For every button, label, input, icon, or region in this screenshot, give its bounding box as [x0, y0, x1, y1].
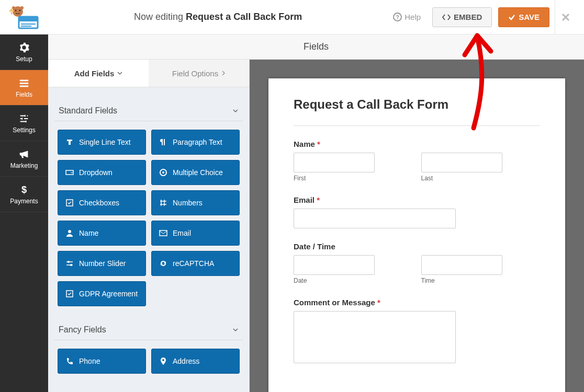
svg-point-4 — [20, 6, 24, 9]
time-input[interactable] — [421, 255, 502, 275]
section-heading: Fields — [48, 34, 584, 60]
workspace: Fields Add Fields Field Options Sta — [48, 34, 584, 392]
svg-rect-11 — [20, 85, 29, 87]
field-phone[interactable]: Phone — [58, 349, 146, 374]
nav-fields-label: Fields — [16, 91, 32, 98]
fancy-grid: Phone Address — [54, 340, 243, 382]
field-email[interactable]: Email — [151, 221, 240, 246]
required-asterisk: * — [315, 195, 320, 204]
chevron-down-icon — [232, 108, 239, 114]
nav-marketing[interactable]: Marketing — [0, 141, 48, 177]
paragraph-icon — [159, 138, 167, 146]
fields-icon — [18, 77, 30, 89]
standard-grid: Single Line Text Paragraph Text Dropdown… — [54, 121, 243, 315]
user-icon — [65, 229, 74, 237]
nav-settings[interactable]: Settings — [0, 106, 48, 141]
field-checkboxes[interactable]: Checkboxes — [58, 190, 146, 215]
field-gdpr[interactable]: GDPR Agreement — [58, 281, 146, 306]
chevron-down-icon — [117, 71, 122, 76]
dropdown-icon — [65, 168, 74, 177]
form-preview: Request a Call Back Form Name * First La… — [250, 60, 584, 392]
field-paragraph-text[interactable]: Paragraph Text — [151, 130, 240, 155]
svg-point-1 — [15, 9, 17, 11]
field-number-slider[interactable]: Number Slider — [58, 251, 146, 276]
svg-point-20 — [70, 264, 72, 266]
top-actions: ? Help EMBED SAVE — [388, 7, 549, 27]
required-asterisk: * — [375, 298, 380, 307]
name-label: Name — [294, 140, 315, 148]
chevron-right-icon — [221, 71, 226, 76]
fields-tabs: Add Fields Field Options — [48, 60, 249, 87]
field-preview-comment[interactable]: Comment or Message * — [294, 298, 540, 365]
tab-field-options-label: Field Options — [172, 69, 218, 78]
email-label: Email — [294, 195, 315, 204]
date-sublabel: Date — [294, 277, 413, 284]
field-preview-name[interactable]: Name * First Last — [294, 140, 540, 182]
nav-setup-label: Setup — [16, 55, 32, 63]
group-standard-label: Standard Fields — [59, 106, 117, 116]
dollar-icon: $ — [18, 184, 30, 195]
save-label: SAVE — [519, 13, 540, 21]
nav-settings-label: Settings — [13, 126, 35, 134]
field-preview-datetime[interactable]: Date / Time Date Time — [294, 242, 540, 284]
help-link[interactable]: ? Help — [388, 13, 426, 21]
embed-icon — [442, 13, 451, 21]
embed-label: EMBED — [454, 13, 482, 21]
comment-textarea[interactable] — [294, 311, 456, 363]
field-single-line-text[interactable]: Single Line Text — [58, 130, 146, 155]
topbar: Now editing Request a Call Back Form ? H… — [0, 0, 584, 34]
nav-payments-label: Payments — [10, 198, 38, 205]
field-address[interactable]: Address — [151, 349, 240, 374]
preview-title: Request a Call Back Form — [294, 97, 540, 112]
nav-setup[interactable]: Setup — [0, 34, 48, 70]
nav-payments[interactable]: $ Payments — [0, 177, 48, 212]
field-numbers[interactable]: Numbers — [151, 190, 240, 215]
group-fancy-label: Fancy Fields — [59, 325, 106, 335]
help-label: Help — [405, 13, 421, 21]
fields-panel: Add Fields Field Options Standard Fields — [48, 60, 250, 392]
date-input[interactable] — [294, 255, 375, 275]
time-sublabel: Time — [421, 277, 541, 284]
first-name-input[interactable] — [294, 153, 375, 172]
text-icon — [65, 138, 74, 146]
embed-button[interactable]: EMBED — [432, 7, 492, 27]
recaptcha-icon — [159, 259, 167, 268]
field-dropdown[interactable]: Dropdown — [58, 160, 146, 185]
svg-point-19 — [68, 261, 70, 263]
group-standard-header[interactable]: Standard Fields — [54, 96, 243, 121]
field-name[interactable]: Name — [58, 221, 146, 246]
tab-field-options[interactable]: Field Options — [149, 60, 249, 87]
save-button[interactable]: SAVE — [498, 7, 549, 27]
svg-rect-6 — [19, 17, 38, 21]
megaphone-icon — [18, 148, 30, 160]
form-name: Request a Call Back Form — [186, 11, 302, 22]
comment-label: Comment or Message — [294, 298, 375, 307]
hash-icon — [159, 199, 167, 207]
close-button[interactable] — [555, 0, 576, 34]
gear-icon — [18, 42, 30, 53]
field-preview-email[interactable]: Email * — [294, 195, 540, 228]
close-icon — [561, 13, 570, 22]
field-recaptcha[interactable]: reCAPTCHA — [151, 251, 240, 276]
title-area: Now editing Request a Call Back Form — [48, 11, 388, 22]
left-nav: Setup Fields Settings Marketing $ Paymen… — [0, 34, 48, 392]
envelope-icon — [159, 229, 167, 237]
tab-add-fields[interactable]: Add Fields — [48, 60, 149, 87]
group-fancy-header[interactable]: Fancy Fields — [54, 315, 243, 340]
last-name-input[interactable] — [421, 153, 502, 172]
form-card[interactable]: Request a Call Back Form Name * First La… — [268, 78, 565, 392]
phone-icon — [65, 357, 74, 365]
slider-icon — [65, 259, 74, 268]
fields-scroll[interactable]: Standard Fields Single Line Text Paragra… — [48, 87, 249, 392]
radio-icon — [159, 168, 167, 177]
main-area: Setup Fields Settings Marketing $ Paymen… — [0, 34, 584, 392]
email-input[interactable] — [294, 209, 456, 228]
datetime-label: Date / Time — [294, 242, 335, 251]
nav-fields[interactable]: Fields — [0, 70, 48, 106]
field-multiple-choice[interactable]: Multiple Choice — [151, 160, 240, 185]
required-asterisk: * — [315, 140, 320, 148]
svg-point-17 — [68, 230, 71, 233]
checkbox-icon — [65, 199, 74, 207]
check-icon — [508, 14, 515, 21]
checkbox-icon — [65, 290, 74, 298]
